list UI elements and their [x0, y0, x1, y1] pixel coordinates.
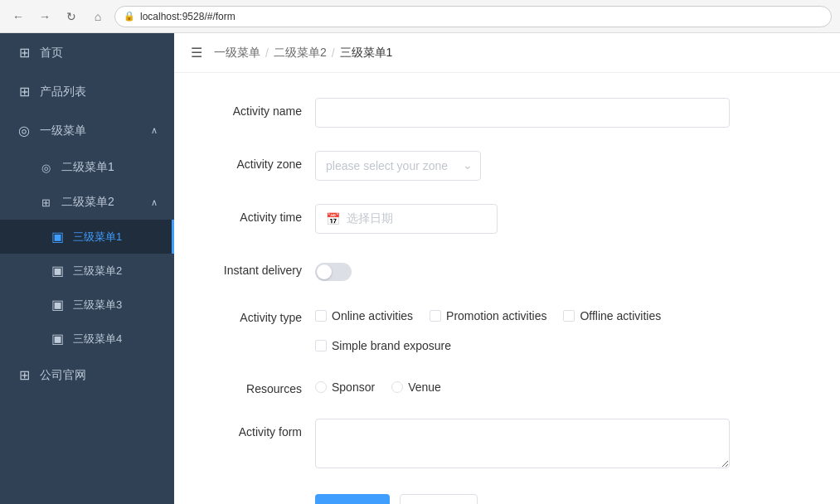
- sidebar: ⊞ 首页 ⊞ 产品列表 ◎ 一级菜单 ∧ ◎ 二级菜单1 ⊞ 二级菜单2 ∧ ▣…: [0, 33, 174, 504]
- sidebar-item-level3-4[interactable]: ▣ 三级菜单4: [0, 322, 174, 356]
- resources-row: Resources Sponsor Venue: [207, 376, 807, 395]
- checkbox-online-box: [315, 310, 327, 322]
- home-button[interactable]: ⌂: [88, 7, 108, 27]
- chevron-up-icon-2: ∧: [151, 197, 158, 208]
- breadcrumb-level1[interactable]: 一级菜单: [214, 46, 260, 61]
- calendar-icon: 📅: [326, 212, 340, 225]
- breadcrumb-level3: 三级菜单1: [340, 46, 393, 61]
- level3-4-icon: ▣: [50, 331, 65, 346]
- sidebar-level3-4-label: 三级菜单4: [73, 332, 122, 346]
- level3-3-icon: ▣: [50, 297, 65, 313]
- checkbox-offline-box: [563, 310, 575, 322]
- create-button[interactable]: Create: [315, 494, 390, 504]
- chevron-up-icon: ∧: [151, 125, 158, 136]
- forward-button[interactable]: →: [35, 7, 55, 27]
- breadcrumb-sep-1: /: [265, 46, 269, 60]
- level2-1-icon: ◎: [38, 162, 53, 174]
- sidebar-item-level3-2[interactable]: ▣ 三级菜单2: [0, 254, 174, 288]
- level2-2-icon: ⊞: [38, 196, 53, 209]
- reload-button[interactable]: ↻: [61, 7, 81, 27]
- checkbox-brand[interactable]: Simple brand exposure: [315, 339, 451, 352]
- sidebar-item-level3-3[interactable]: ▣ 三级菜单3: [0, 288, 174, 322]
- button-row: Create Cancel: [207, 494, 807, 504]
- products-icon: ⊞: [17, 84, 32, 99]
- sidebar-item-level1[interactable]: ◎ 一级菜单 ∧: [0, 111, 174, 150]
- sidebar-home-label: 首页: [40, 46, 63, 61]
- level1-icon: ◎: [17, 123, 32, 138]
- sidebar-level3-3-label: 三级菜单3: [73, 298, 122, 313]
- sidebar-level1-label: 一级菜单: [40, 124, 86, 138]
- checkbox-brand-label: Simple brand exposure: [332, 339, 451, 352]
- activity-zone-select[interactable]: please select your zone: [315, 151, 481, 181]
- activity-form-row: Activity form: [207, 419, 807, 471]
- checkbox-online[interactable]: Online activities: [315, 309, 413, 322]
- url-text: localhost:9528/#/form: [140, 11, 235, 22]
- level3-2-icon: ▣: [50, 263, 65, 279]
- activity-time-input[interactable]: 📅 选择日期: [315, 204, 498, 234]
- checkbox-promotion-box: [430, 310, 441, 322]
- sidebar-level3-2-label: 三级菜单2: [73, 264, 122, 279]
- checkbox-promotion-label: Promotion activities: [446, 309, 546, 322]
- app-container: ⊞ 首页 ⊞ 产品列表 ◎ 一级菜单 ∧ ◎ 二级菜单1 ⊞ 二级菜单2 ∧ ▣…: [0, 33, 840, 504]
- activity-form-textarea[interactable]: [315, 419, 730, 468]
- sidebar-level3-1-label: 三级菜单1: [73, 230, 122, 245]
- radio-sponsor[interactable]: Sponsor: [315, 380, 375, 394]
- activity-time-label: Activity time: [207, 204, 315, 224]
- date-placeholder: 选择日期: [347, 211, 393, 226]
- lock-icon: 🔒: [124, 11, 135, 22]
- sidebar-level2-1-label: 二级菜单1: [61, 160, 114, 175]
- breadcrumb-sep-2: /: [332, 46, 335, 60]
- instant-delivery-control: [315, 257, 730, 281]
- radio-venue[interactable]: Venue: [391, 380, 441, 394]
- checkbox-offline-label: Offline activities: [580, 309, 661, 322]
- resources-radio-group: Sponsor Venue: [315, 376, 730, 394]
- sidebar-products-label: 产品列表: [40, 85, 86, 99]
- activity-name-control: [315, 98, 730, 128]
- breadcrumb: ☰ 一级菜单 / 二级菜单2 / 三级菜单1: [174, 33, 840, 73]
- sidebar-item-level3-1[interactable]: ▣ 三级菜单1: [0, 220, 174, 254]
- address-bar[interactable]: 🔒 localhost:9528/#/form: [114, 6, 832, 27]
- back-button[interactable]: ←: [8, 7, 28, 27]
- activity-form-label: Activity form: [207, 419, 315, 439]
- instant-delivery-row: Instant delivery: [207, 257, 807, 281]
- radio-sponsor-circle: [315, 381, 327, 393]
- activity-time-control: 📅 选择日期: [315, 204, 730, 234]
- sidebar-item-company[interactable]: ⊞ 公司官网: [0, 356, 174, 395]
- instant-delivery-label: Instant delivery: [207, 257, 315, 277]
- toggle-knob: [317, 264, 332, 279]
- activity-zone-select-wrapper: please select your zone: [315, 151, 481, 181]
- sidebar-company-label: 公司官网: [40, 368, 86, 383]
- radio-sponsor-label: Sponsor: [332, 380, 375, 394]
- checkbox-online-label: Online activities: [332, 309, 413, 322]
- checkbox-brand-box: [315, 340, 327, 351]
- activity-type-row: Activity type Online activities Promotio…: [207, 304, 807, 352]
- activity-zone-label: Activity zone: [207, 151, 315, 171]
- activity-time-row: Activity time 📅 选择日期: [207, 204, 807, 234]
- sidebar-item-products[interactable]: ⊞ 产品列表: [0, 72, 174, 111]
- form-container: Activity name Activity zone please selec…: [174, 73, 840, 504]
- instant-delivery-toggle[interactable]: [315, 263, 352, 281]
- activity-name-label: Activity name: [207, 98, 315, 118]
- sidebar-item-level2-1[interactable]: ◎ 二级菜单1: [0, 150, 174, 185]
- sidebar-item-home[interactable]: ⊞ 首页: [0, 33, 174, 72]
- hamburger-icon[interactable]: ☰: [191, 45, 202, 61]
- company-icon: ⊞: [17, 367, 32, 383]
- activity-form-control: [315, 419, 730, 471]
- content-area: ☰ 一级菜单 / 二级菜单2 / 三级菜单1 Activity name Act…: [174, 33, 840, 504]
- sidebar-item-level2-2[interactable]: ⊞ 二级菜单2 ∧: [0, 185, 174, 220]
- radio-venue-label: Venue: [408, 380, 441, 394]
- resources-control: Sponsor Venue: [315, 376, 730, 394]
- radio-venue-circle: [391, 381, 403, 393]
- activity-name-input[interactable]: [315, 98, 730, 128]
- activity-type-control: Online activities Promotion activities O…: [315, 304, 730, 352]
- checkbox-offline[interactable]: Offline activities: [563, 309, 661, 322]
- activity-type-label: Activity type: [207, 304, 315, 324]
- breadcrumb-level2[interactable]: 二级菜单2: [274, 46, 327, 61]
- activity-type-checkbox-group: Online activities Promotion activities O…: [315, 304, 730, 352]
- checkbox-promotion[interactable]: Promotion activities: [430, 309, 546, 322]
- cancel-button[interactable]: Cancel: [400, 494, 478, 504]
- browser-chrome: ← → ↻ ⌂ 🔒 localhost:9528/#/form: [0, 0, 840, 33]
- sidebar-level2-2-label: 二级菜单2: [61, 195, 114, 210]
- activity-name-row: Activity name: [207, 98, 807, 128]
- activity-zone-control: please select your zone: [315, 151, 730, 181]
